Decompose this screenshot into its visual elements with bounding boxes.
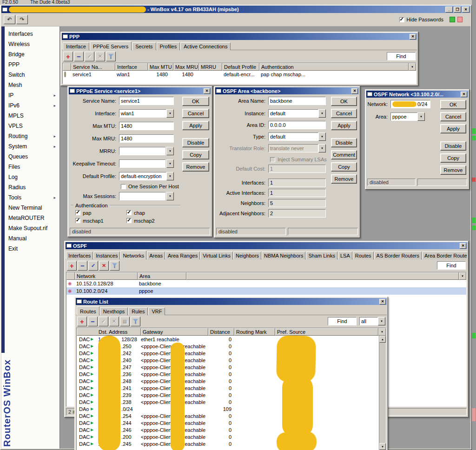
- auth-check-item[interactable]: pap: [75, 209, 126, 217]
- dialog-button[interactable]: Comment: [331, 150, 357, 159]
- sidebar-item[interactable]: IP ▸: [5, 90, 60, 100]
- col-authentication[interactable]: Authentication: [259, 63, 409, 71]
- filter-button[interactable]: [110, 261, 119, 271]
- dropdown-icon[interactable]: ▼: [166, 109, 174, 118]
- sidebar-item[interactable]: Radius: [5, 182, 60, 192]
- auth-check-item[interactable]: mschap2: [126, 217, 178, 225]
- minimize-button[interactable]: _: [445, 7, 453, 13]
- dialog-button[interactable]: Copy: [182, 150, 209, 159]
- instance-field[interactable]: default: [268, 109, 318, 118]
- tab[interactable]: AS Border Routers: [374, 251, 422, 259]
- sidebar-item[interactable]: Interfaces: [5, 29, 60, 39]
- dialog-button[interactable]: Cancel: [331, 109, 357, 118]
- tab[interactable]: Sham Links: [306, 251, 337, 259]
- sidebar-item[interactable]: Routing ▸: [5, 131, 60, 141]
- dropdown-icon[interactable]: ▼: [378, 317, 385, 325]
- mrru-field[interactable]: [119, 147, 165, 155]
- enable-button[interactable]: ✓: [85, 52, 94, 61]
- col-max-mru[interactable]: Max MRU: [173, 63, 199, 71]
- sidebar-item[interactable]: Wireless: [5, 39, 60, 49]
- comment-button[interactable]: ▤: [120, 317, 130, 326]
- dialog-button[interactable]: Cancel: [440, 112, 466, 121]
- route-row[interactable]: DAC ▶ 1.244 <pppoe-Clientreachable 0: [77, 419, 379, 426]
- tab[interactable]: VRF: [148, 307, 165, 315]
- dropdown-icon[interactable]: ▼: [318, 109, 326, 118]
- sidebar-item[interactable]: VPLS: [5, 121, 60, 131]
- maximize-button[interactable]: ❒: [454, 7, 461, 13]
- dialog-button[interactable]: Copy: [331, 162, 357, 172]
- sidebar-item[interactable]: Bridge: [5, 49, 60, 60]
- tab[interactable]: Interfaces: [66, 251, 93, 259]
- sidebar-item[interactable]: Switch: [5, 70, 60, 80]
- dialog-button[interactable]: Remove: [440, 165, 466, 175]
- close-icon[interactable]: ✕: [204, 88, 210, 94]
- route-row[interactable]: DAC ▶ 1.236 <pppoe-Clientreachable 0: [77, 371, 379, 377]
- tab[interactable]: Interface: [63, 42, 89, 50]
- route-row[interactable]: DAC ▶ 1.254 <pppoe-Clientreachable 0: [77, 412, 379, 419]
- translator-role-field[interactable]: translate never: [268, 144, 318, 152]
- sidebar-item[interactable]: Mesh: [5, 80, 60, 90]
- remove-button[interactable]: −: [78, 261, 87, 271]
- vertical-scrollbar[interactable]: ▲ ▼: [379, 336, 386, 450]
- dropdown-icon[interactable]: ▼: [166, 147, 174, 155]
- interface-field[interactable]: wlan1: [119, 109, 166, 118]
- sidebar-item[interactable]: MPLS: [5, 111, 60, 121]
- col-pref-source[interactable]: Pref. Source: [275, 328, 378, 336]
- dropdown-icon[interactable]: ▼: [318, 144, 326, 152]
- close-button[interactable]: ✕: [462, 7, 469, 13]
- route-row[interactable]: DAC ▶ 1.242 <pppoe-Clientreachable 0: [77, 350, 379, 357]
- tab[interactable]: Area Ranges: [165, 251, 200, 259]
- sidebar-item[interactable]: IPv6 ▸: [5, 100, 60, 111]
- add-button[interactable]: +: [63, 52, 73, 61]
- route-row[interactable]: DAC ▶ 1.245 <pppoe-Clientreachable 0: [77, 440, 379, 447]
- max-mru-field[interactable]: 1480: [119, 134, 174, 143]
- sidebar-item[interactable]: MetaROUTER: [5, 213, 60, 223]
- col-routing-mark[interactable]: Routing Mark: [234, 328, 275, 336]
- ospf-network-titlebar[interactable]: OSPF Network <10.100.2.0/... ✕: [366, 91, 468, 98]
- col-network[interactable]: Network: [75, 272, 138, 280]
- route-row[interactable]: DAo ▶ 1.0/24 109: [77, 405, 379, 412]
- service-name-field[interactable]: service1: [119, 97, 174, 105]
- tab[interactable]: Profiles: [157, 42, 180, 50]
- col-max-mtu[interactable]: Max MTU: [148, 63, 173, 71]
- dialog-button[interactable]: OK: [182, 97, 209, 106]
- dialog-button[interactable]: OK: [440, 100, 466, 109]
- area-id-field[interactable]: 0.0.0.0: [268, 121, 326, 129]
- tab[interactable]: Nexthops: [100, 307, 128, 315]
- sidebar-item[interactable]: System ▸: [5, 141, 60, 152]
- route-row[interactable]: DAC ▶ 1.240 <pppoe-Clientreachable 0: [77, 357, 379, 364]
- scroll-up-icon[interactable]: ▲: [379, 336, 386, 343]
- dropdown-icon[interactable]: ▼: [166, 192, 174, 200]
- enable-button[interactable]: ✓: [99, 317, 108, 326]
- one-session-checkbox[interactable]: [121, 184, 126, 189]
- area-field[interactable]: pppoe: [390, 112, 417, 121]
- ospf-network-row-selected[interactable]: ❋ 10.100.2.0/24 pppoe: [66, 287, 466, 295]
- header-gutter[interactable]: [63, 63, 71, 71]
- area-name-field[interactable]: backbone: [268, 97, 326, 105]
- auth-checkbox[interactable]: [75, 210, 80, 215]
- max-sessions-field[interactable]: [119, 192, 165, 200]
- tab[interactable]: Area Border Routers: [422, 251, 467, 259]
- close-icon[interactable]: ✕: [410, 34, 416, 40]
- tab[interactable]: Rules: [128, 307, 148, 315]
- col-area[interactable]: Area: [138, 272, 186, 280]
- col-dst-address[interactable]: Dst. Address: [77, 328, 141, 336]
- sidebar-item[interactable]: Tools ▸: [5, 192, 60, 203]
- col-default-profile[interactable]: Default Profile: [222, 63, 259, 71]
- route-row[interactable]: DAC ▶ 1128/28 ether1 reachable 0: [77, 336, 379, 343]
- find-scope-value[interactable]: all: [359, 317, 378, 325]
- disable-button[interactable]: ✕: [109, 317, 119, 326]
- dialog-button[interactable]: Disable: [182, 138, 209, 147]
- close-icon[interactable]: ✕: [460, 243, 466, 249]
- column-selector-icon[interactable]: ▼: [459, 272, 466, 280]
- auth-checkbox[interactable]: [126, 210, 132, 215]
- dialog-button[interactable]: Disable: [331, 138, 357, 147]
- redo-button[interactable]: ↷: [16, 15, 28, 24]
- route-row[interactable]: DAC ▶ 1.247 <pppoe-Clientreachable 0: [77, 364, 379, 371]
- col-interface[interactable]: Interface: [115, 63, 148, 71]
- auth-checkbox[interactable]: [75, 218, 80, 223]
- hide-passwords-checkbox[interactable]: [399, 17, 404, 22]
- max-mtu-field[interactable]: 1480: [119, 122, 174, 130]
- dropdown-icon[interactable]: ▼: [318, 132, 326, 141]
- dropdown-icon[interactable]: ▼: [417, 112, 425, 121]
